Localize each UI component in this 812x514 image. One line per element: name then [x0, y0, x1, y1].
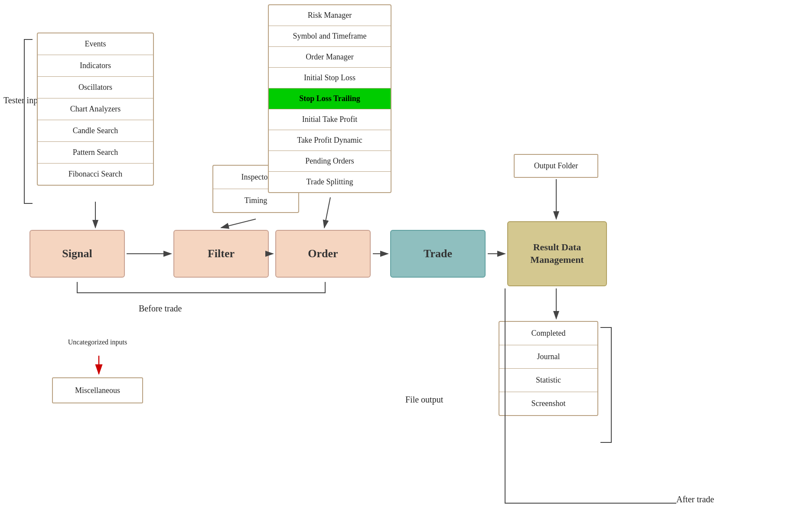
signal-input-oscillators: Oscillators	[38, 77, 153, 98]
file-output-label: File output	[405, 395, 443, 405]
order-input-take-profit-dynamic: Take Profit Dynamic	[269, 130, 391, 151]
svg-line-3	[221, 219, 256, 228]
uncategorized-label: Uncategorized inputs	[61, 338, 134, 346]
signal-input-chart-analyzers: Chart Analyzers	[38, 98, 153, 120]
file-output-screenshot: Screenshot	[499, 392, 597, 415]
order-box: Order	[275, 230, 371, 278]
signal-box: Signal	[29, 230, 125, 278]
result-data-management-box: Result Data Management	[507, 221, 607, 286]
signal-inputs-container: Events Indicators Oscillators Chart Anal…	[37, 33, 154, 186]
order-input-pending-orders: Pending Orders	[269, 151, 391, 172]
signal-input-fibonacci-search: Fibonacci Search	[38, 164, 153, 185]
file-output-statistic: Statistic	[499, 369, 597, 392]
order-input-risk-manager: Risk Manager	[269, 5, 391, 26]
before-trade-label: Before trade	[139, 304, 182, 314]
file-output-journal: Journal	[499, 345, 597, 369]
filter-box: Filter	[173, 230, 269, 278]
trade-box: Trade	[390, 230, 486, 278]
order-input-stop-loss-trailing: Stop Loss Trailing	[269, 88, 391, 109]
order-input-symbol-timeframe: Symbol and Timeframe	[269, 26, 391, 47]
order-input-initial-take-profit: Initial Take Profit	[269, 109, 391, 130]
svg-line-4	[324, 197, 330, 228]
order-input-trade-splitting: Trade Splitting	[269, 172, 391, 192]
order-inputs-container: Risk Manager Symbol and Timeframe Order …	[268, 4, 391, 193]
signal-input-indicators: Indicators	[38, 55, 153, 77]
miscellaneous-box: Miscellaneous	[52, 377, 143, 403]
tester-input-bracket	[24, 39, 33, 204]
file-outputs-container: Completed Journal Statistic Screenshot	[499, 321, 598, 416]
diagram-container: Tester input Events Indicators Oscillato…	[0, 0, 812, 514]
order-input-initial-stop-loss: Initial Stop Loss	[269, 68, 391, 88]
order-input-order-manager: Order Manager	[269, 47, 391, 68]
signal-input-pattern-search: Pattern Search	[38, 142, 153, 164]
output-folder-box: Output Folder	[514, 154, 598, 178]
signal-input-events: Events	[38, 33, 153, 55]
file-output-completed: Completed	[499, 322, 597, 345]
signal-input-candle-search: Candle Search	[38, 120, 153, 142]
after-trade-label: After trade	[676, 494, 714, 504]
